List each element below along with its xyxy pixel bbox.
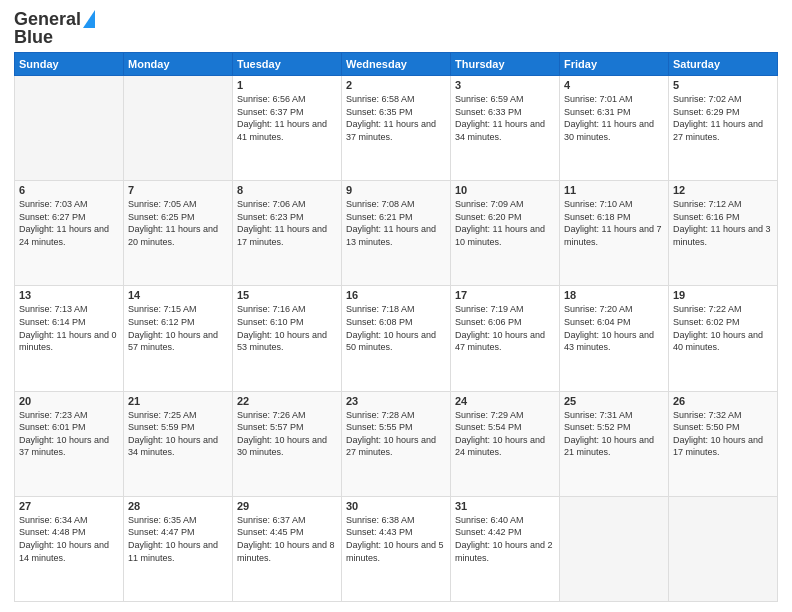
cell-content: Sunrise: 7:23 AM Sunset: 6:01 PM Dayligh… bbox=[19, 409, 119, 459]
calendar-cell: 26Sunrise: 7:32 AM Sunset: 5:50 PM Dayli… bbox=[669, 391, 778, 496]
calendar-cell: 15Sunrise: 7:16 AM Sunset: 6:10 PM Dayli… bbox=[233, 286, 342, 391]
day-number: 3 bbox=[455, 79, 555, 91]
calendar-cell: 28Sunrise: 6:35 AM Sunset: 4:47 PM Dayli… bbox=[124, 496, 233, 601]
calendar-cell: 22Sunrise: 7:26 AM Sunset: 5:57 PM Dayli… bbox=[233, 391, 342, 496]
cell-content: Sunrise: 7:03 AM Sunset: 6:27 PM Dayligh… bbox=[19, 198, 119, 248]
header: General Blue bbox=[14, 10, 778, 46]
cell-content: Sunrise: 6:59 AM Sunset: 6:33 PM Dayligh… bbox=[455, 93, 555, 143]
cell-content: Sunrise: 7:31 AM Sunset: 5:52 PM Dayligh… bbox=[564, 409, 664, 459]
cell-content: Sunrise: 6:34 AM Sunset: 4:48 PM Dayligh… bbox=[19, 514, 119, 564]
calendar-cell: 8Sunrise: 7:06 AM Sunset: 6:23 PM Daylig… bbox=[233, 181, 342, 286]
day-number: 2 bbox=[346, 79, 446, 91]
day-number: 11 bbox=[564, 184, 664, 196]
calendar-cell: 4Sunrise: 7:01 AM Sunset: 6:31 PM Daylig… bbox=[560, 76, 669, 181]
day-number: 15 bbox=[237, 289, 337, 301]
cell-content: Sunrise: 6:38 AM Sunset: 4:43 PM Dayligh… bbox=[346, 514, 446, 564]
calendar-header-friday: Friday bbox=[560, 53, 669, 76]
calendar-week-0: 1Sunrise: 6:56 AM Sunset: 6:37 PM Daylig… bbox=[15, 76, 778, 181]
calendar-cell: 5Sunrise: 7:02 AM Sunset: 6:29 PM Daylig… bbox=[669, 76, 778, 181]
calendar-header-sunday: Sunday bbox=[15, 53, 124, 76]
day-number: 23 bbox=[346, 395, 446, 407]
cell-content: Sunrise: 6:35 AM Sunset: 4:47 PM Dayligh… bbox=[128, 514, 228, 564]
calendar-cell: 23Sunrise: 7:28 AM Sunset: 5:55 PM Dayli… bbox=[342, 391, 451, 496]
calendar-week-3: 20Sunrise: 7:23 AM Sunset: 6:01 PM Dayli… bbox=[15, 391, 778, 496]
day-number: 17 bbox=[455, 289, 555, 301]
cell-content: Sunrise: 7:29 AM Sunset: 5:54 PM Dayligh… bbox=[455, 409, 555, 459]
day-number: 21 bbox=[128, 395, 228, 407]
calendar-cell bbox=[15, 76, 124, 181]
day-number: 9 bbox=[346, 184, 446, 196]
calendar-cell: 21Sunrise: 7:25 AM Sunset: 5:59 PM Dayli… bbox=[124, 391, 233, 496]
day-number: 4 bbox=[564, 79, 664, 91]
day-number: 6 bbox=[19, 184, 119, 196]
calendar-cell: 29Sunrise: 6:37 AM Sunset: 4:45 PM Dayli… bbox=[233, 496, 342, 601]
cell-content: Sunrise: 7:16 AM Sunset: 6:10 PM Dayligh… bbox=[237, 303, 337, 353]
calendar-week-2: 13Sunrise: 7:13 AM Sunset: 6:14 PM Dayli… bbox=[15, 286, 778, 391]
cell-content: Sunrise: 7:20 AM Sunset: 6:04 PM Dayligh… bbox=[564, 303, 664, 353]
calendar-header-thursday: Thursday bbox=[451, 53, 560, 76]
cell-content: Sunrise: 6:40 AM Sunset: 4:42 PM Dayligh… bbox=[455, 514, 555, 564]
day-number: 25 bbox=[564, 395, 664, 407]
cell-content: Sunrise: 7:02 AM Sunset: 6:29 PM Dayligh… bbox=[673, 93, 773, 143]
calendar-cell bbox=[669, 496, 778, 601]
cell-content: Sunrise: 7:19 AM Sunset: 6:06 PM Dayligh… bbox=[455, 303, 555, 353]
day-number: 1 bbox=[237, 79, 337, 91]
calendar-cell: 7Sunrise: 7:05 AM Sunset: 6:25 PM Daylig… bbox=[124, 181, 233, 286]
cell-content: Sunrise: 7:05 AM Sunset: 6:25 PM Dayligh… bbox=[128, 198, 228, 248]
calendar-cell: 18Sunrise: 7:20 AM Sunset: 6:04 PM Dayli… bbox=[560, 286, 669, 391]
day-number: 30 bbox=[346, 500, 446, 512]
calendar-cell bbox=[124, 76, 233, 181]
calendar-cell: 19Sunrise: 7:22 AM Sunset: 6:02 PM Dayli… bbox=[669, 286, 778, 391]
day-number: 29 bbox=[237, 500, 337, 512]
calendar-table: SundayMondayTuesdayWednesdayThursdayFrid… bbox=[14, 52, 778, 602]
day-number: 20 bbox=[19, 395, 119, 407]
calendar-week-4: 27Sunrise: 6:34 AM Sunset: 4:48 PM Dayli… bbox=[15, 496, 778, 601]
cell-content: Sunrise: 7:15 AM Sunset: 6:12 PM Dayligh… bbox=[128, 303, 228, 353]
day-number: 16 bbox=[346, 289, 446, 301]
calendar-cell: 9Sunrise: 7:08 AM Sunset: 6:21 PM Daylig… bbox=[342, 181, 451, 286]
cell-content: Sunrise: 7:22 AM Sunset: 6:02 PM Dayligh… bbox=[673, 303, 773, 353]
cell-content: Sunrise: 6:56 AM Sunset: 6:37 PM Dayligh… bbox=[237, 93, 337, 143]
cell-content: Sunrise: 7:26 AM Sunset: 5:57 PM Dayligh… bbox=[237, 409, 337, 459]
day-number: 14 bbox=[128, 289, 228, 301]
day-number: 5 bbox=[673, 79, 773, 91]
cell-content: Sunrise: 7:08 AM Sunset: 6:21 PM Dayligh… bbox=[346, 198, 446, 248]
cell-content: Sunrise: 6:58 AM Sunset: 6:35 PM Dayligh… bbox=[346, 93, 446, 143]
day-number: 18 bbox=[564, 289, 664, 301]
cell-content: Sunrise: 7:01 AM Sunset: 6:31 PM Dayligh… bbox=[564, 93, 664, 143]
calendar-week-1: 6Sunrise: 7:03 AM Sunset: 6:27 PM Daylig… bbox=[15, 181, 778, 286]
calendar-cell: 3Sunrise: 6:59 AM Sunset: 6:33 PM Daylig… bbox=[451, 76, 560, 181]
calendar-cell: 16Sunrise: 7:18 AM Sunset: 6:08 PM Dayli… bbox=[342, 286, 451, 391]
calendar-cell: 30Sunrise: 6:38 AM Sunset: 4:43 PM Dayli… bbox=[342, 496, 451, 601]
calendar-cell: 2Sunrise: 6:58 AM Sunset: 6:35 PM Daylig… bbox=[342, 76, 451, 181]
calendar-cell: 31Sunrise: 6:40 AM Sunset: 4:42 PM Dayli… bbox=[451, 496, 560, 601]
calendar-cell: 17Sunrise: 7:19 AM Sunset: 6:06 PM Dayli… bbox=[451, 286, 560, 391]
calendar-cell: 25Sunrise: 7:31 AM Sunset: 5:52 PM Dayli… bbox=[560, 391, 669, 496]
calendar-cell: 14Sunrise: 7:15 AM Sunset: 6:12 PM Dayli… bbox=[124, 286, 233, 391]
day-number: 27 bbox=[19, 500, 119, 512]
logo: General Blue bbox=[14, 10, 95, 46]
cell-content: Sunrise: 7:10 AM Sunset: 6:18 PM Dayligh… bbox=[564, 198, 664, 248]
cell-content: Sunrise: 6:37 AM Sunset: 4:45 PM Dayligh… bbox=[237, 514, 337, 564]
day-number: 28 bbox=[128, 500, 228, 512]
day-number: 22 bbox=[237, 395, 337, 407]
cell-content: Sunrise: 7:18 AM Sunset: 6:08 PM Dayligh… bbox=[346, 303, 446, 353]
logo-text: General bbox=[14, 10, 81, 28]
calendar-cell bbox=[560, 496, 669, 601]
calendar-cell: 11Sunrise: 7:10 AM Sunset: 6:18 PM Dayli… bbox=[560, 181, 669, 286]
cell-content: Sunrise: 7:13 AM Sunset: 6:14 PM Dayligh… bbox=[19, 303, 119, 353]
calendar-header-tuesday: Tuesday bbox=[233, 53, 342, 76]
calendar-header-saturday: Saturday bbox=[669, 53, 778, 76]
logo-subtext: Blue bbox=[14, 28, 53, 46]
calendar-cell: 13Sunrise: 7:13 AM Sunset: 6:14 PM Dayli… bbox=[15, 286, 124, 391]
calendar-cell: 1Sunrise: 6:56 AM Sunset: 6:37 PM Daylig… bbox=[233, 76, 342, 181]
day-number: 8 bbox=[237, 184, 337, 196]
day-number: 7 bbox=[128, 184, 228, 196]
calendar-cell: 12Sunrise: 7:12 AM Sunset: 6:16 PM Dayli… bbox=[669, 181, 778, 286]
calendar-header-wednesday: Wednesday bbox=[342, 53, 451, 76]
day-number: 13 bbox=[19, 289, 119, 301]
day-number: 19 bbox=[673, 289, 773, 301]
calendar-cell: 10Sunrise: 7:09 AM Sunset: 6:20 PM Dayli… bbox=[451, 181, 560, 286]
day-number: 26 bbox=[673, 395, 773, 407]
calendar-cell: 6Sunrise: 7:03 AM Sunset: 6:27 PM Daylig… bbox=[15, 181, 124, 286]
